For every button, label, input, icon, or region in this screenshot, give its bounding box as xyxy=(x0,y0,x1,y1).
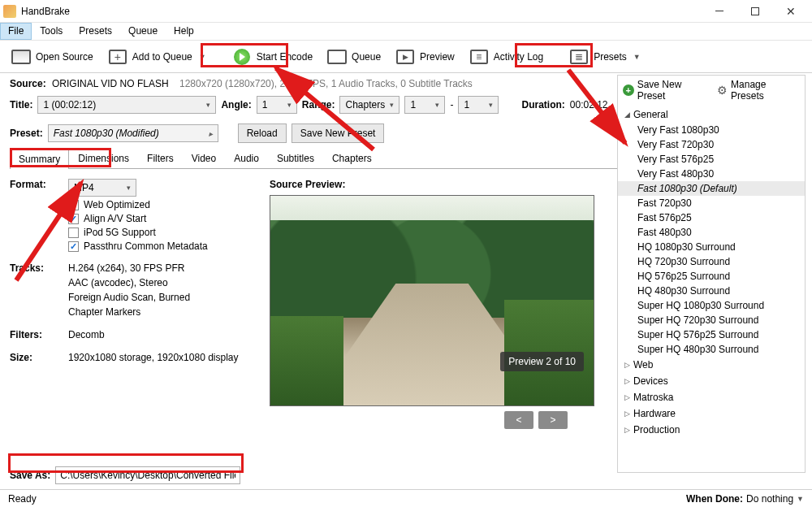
tab-video[interactable]: Video xyxy=(183,148,225,168)
open-source-button[interactable]: Open Source xyxy=(5,44,100,70)
tab-dimensions[interactable]: Dimensions xyxy=(69,148,138,168)
log-icon xyxy=(469,47,489,67)
preset-tree: ◢GeneralVery Fast 1080p30Very Fast 720p3… xyxy=(618,105,805,472)
add-to-queue-button[interactable]: Add to Queue ▼ xyxy=(102,44,213,70)
menu-queue[interactable]: Queue xyxy=(120,23,166,40)
duration-value: 00:02:12 xyxy=(570,99,608,110)
preset-item[interactable]: HQ 480p30 Surround xyxy=(618,284,805,298)
queue-button[interactable]: Queue xyxy=(321,44,387,70)
source-label: Source: xyxy=(10,78,46,89)
menu-bar: File Tools Presets Queue Help xyxy=(0,23,812,41)
menu-presets[interactable]: Presets xyxy=(71,23,120,40)
preset-item[interactable]: Very Fast 576p25 xyxy=(618,152,805,167)
range-label: Range: xyxy=(302,99,335,110)
presets-label: Presets xyxy=(594,51,627,63)
format-label: Format: xyxy=(10,179,68,254)
source-info: 1280x720 (1280x720), 25.01 FPS, 1 Audio … xyxy=(179,78,473,89)
preset-item[interactable]: Fast 480p30 xyxy=(618,225,805,240)
preset-item[interactable]: Super HQ 480p30 Surround xyxy=(618,342,805,357)
source-preview-image: Preview 2 of 10 xyxy=(270,195,594,406)
preset-item[interactable]: Very Fast 480p30 xyxy=(618,167,805,181)
preset-dropdown[interactable]: Fast 1080p30 (Modified)▸ xyxy=(48,124,218,142)
presets-button[interactable]: Presets ▼ xyxy=(563,44,647,70)
tab-filters[interactable]: Filters xyxy=(138,148,183,168)
preset-item[interactable]: Super HQ 720p30 Surround xyxy=(618,313,805,327)
start-encode-button[interactable]: Start Encode xyxy=(226,44,319,70)
ipod-checkbox[interactable]: iPod 5G Support xyxy=(68,227,253,238)
menu-tools[interactable]: Tools xyxy=(32,23,71,40)
tab-chapters[interactable]: Chapters xyxy=(323,148,381,168)
size-value: 1920x1080 storage, 1920x1080 display xyxy=(68,352,253,363)
save-new-preset-button[interactable]: Save New Preset xyxy=(292,124,385,143)
save-as-input[interactable] xyxy=(55,466,240,484)
preview-prev-button[interactable]: < xyxy=(504,411,533,429)
preset-category[interactable]: ▷Web xyxy=(618,357,805,373)
title-bar: HandBrake ✕ xyxy=(0,0,812,23)
preset-item[interactable]: HQ 720p30 Surround xyxy=(618,254,805,269)
plus-icon: + xyxy=(623,84,634,96)
preset-category[interactable]: ▷Production xyxy=(618,422,805,438)
preset-item[interactable]: Very Fast 720p30 xyxy=(618,137,805,152)
play-icon xyxy=(234,49,250,65)
presets-icon xyxy=(569,47,589,67)
chevron-down-icon: ▼ xyxy=(199,53,206,61)
preset-item[interactable]: Fast 1080p30 (Default) xyxy=(618,181,805,196)
reload-button[interactable]: Reload xyxy=(238,124,287,143)
add-queue-label: Add to Queue xyxy=(132,51,192,63)
preset-item[interactable]: Fast 576p25 xyxy=(618,210,805,225)
preview-next-button[interactable]: > xyxy=(538,411,568,429)
when-done-label: When Done: xyxy=(686,493,743,505)
panel-save-new-preset[interactable]: + Save New Preset xyxy=(623,79,710,102)
toolbar: Open Source Add to Queue ▼ Start Encode … xyxy=(0,41,812,73)
source-name: ORIGINAL VID NO FLASH xyxy=(52,78,169,89)
range-from-select[interactable]: 1▾ xyxy=(404,96,445,114)
preset-item[interactable]: HQ 1080p30 Surround xyxy=(618,240,805,254)
preview-label: Preview xyxy=(420,51,455,63)
presets-panel: + Save New Preset Manage Presets ◢Genera… xyxy=(617,75,806,473)
manage-presets-button[interactable]: Manage Presets xyxy=(717,79,800,102)
status-bar: Ready When Done: Do nothing ▼ xyxy=(0,489,812,507)
title-select[interactable]: 1 (00:02:12)▾ xyxy=(37,96,216,114)
chevron-down-icon: ▼ xyxy=(633,53,641,61)
preview-badge: Preview 2 of 10 xyxy=(500,352,584,371)
preset-item[interactable]: Super HQ 576p25 Surround xyxy=(618,327,805,342)
preset-item[interactable]: Fast 720p30 xyxy=(618,196,805,210)
align-av-checkbox[interactable]: Align A/V Start xyxy=(68,213,253,224)
window-title: HandBrake xyxy=(21,6,702,17)
minimize-button[interactable] xyxy=(702,0,737,23)
queue-icon xyxy=(327,47,347,67)
angle-label: Angle: xyxy=(221,99,251,110)
open-icon xyxy=(11,47,31,67)
web-optimized-checkbox[interactable]: Web Optimized xyxy=(68,199,253,210)
tab-audio[interactable]: Audio xyxy=(225,148,268,168)
tab-subtitles[interactable]: Subtitles xyxy=(268,148,323,168)
preset-item[interactable]: HQ 576p25 Surround xyxy=(618,269,805,284)
title-label: Title: xyxy=(10,99,32,110)
when-done-value[interactable]: Do nothing xyxy=(746,493,793,505)
range-to-select[interactable]: 1▾ xyxy=(458,96,499,114)
menu-file[interactable]: File xyxy=(0,23,32,40)
maximize-button[interactable] xyxy=(737,0,773,23)
size-label: Size: xyxy=(10,352,68,363)
preset-category[interactable]: ◢General xyxy=(618,106,805,123)
passthru-checkbox[interactable]: Passthru Common Metadata xyxy=(68,240,253,252)
close-button[interactable]: ✕ xyxy=(773,0,809,23)
tracks-label: Tracks: xyxy=(10,262,68,321)
save-as-label: Save As: xyxy=(10,470,50,481)
range-mode-select[interactable]: Chapters▾ xyxy=(339,96,400,114)
chevron-down-icon: ▼ xyxy=(797,495,804,503)
format-select[interactable]: MP4▾ xyxy=(68,179,136,197)
preset-category[interactable]: ▷Hardware xyxy=(618,405,805,422)
tab-summary[interactable]: Summary xyxy=(10,149,69,169)
menu-help[interactable]: Help xyxy=(166,23,202,40)
preset-item[interactable]: Super HQ 1080p30 Surround xyxy=(618,298,805,313)
queue-label: Queue xyxy=(352,51,381,63)
preview-button[interactable]: Preview xyxy=(389,44,461,70)
angle-select[interactable]: 1▾ xyxy=(257,96,297,114)
status-text: Ready xyxy=(8,493,37,505)
activity-log-button[interactable]: Activity Log xyxy=(463,44,550,70)
preset-category[interactable]: ▷Devices xyxy=(618,373,805,389)
preset-item[interactable]: Very Fast 1080p30 xyxy=(618,123,805,137)
preset-category[interactable]: ▷Matroska xyxy=(618,389,805,405)
preview-icon xyxy=(395,47,415,67)
